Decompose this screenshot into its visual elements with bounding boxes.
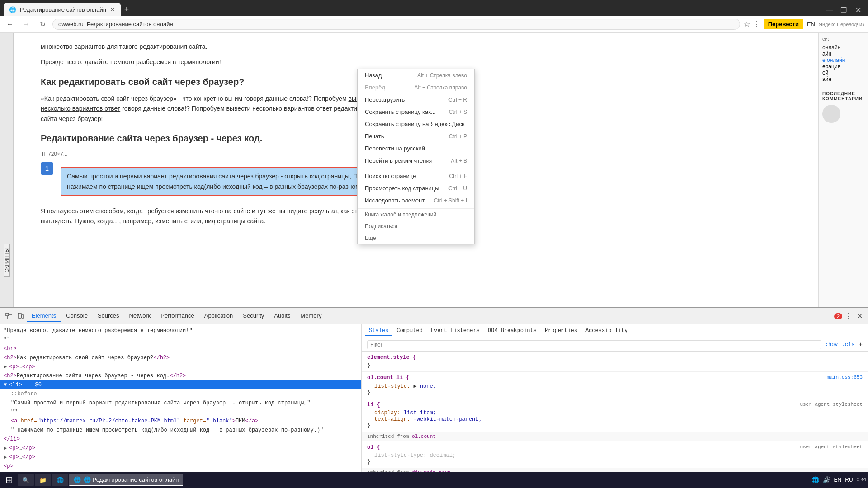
elements-panel-container: "Прежде всего, давайте немного разберемс… [0, 324, 362, 488]
forward-button[interactable]: → [20, 18, 33, 31]
ctx-back[interactable]: Назад Alt + Стрелка влево [358, 69, 474, 81]
table-row[interactable]: ::before [0, 389, 361, 399]
table-row[interactable]: <a href="https://marrex.ru/Pk-2/chto-tak… [0, 417, 361, 426]
table-row[interactable]: "Прежде всего, давайте немного разберемс… [0, 326, 361, 335]
styles-hover-button[interactable]: :hov [825, 342, 838, 348]
ctx-print-shortcut: Ctrl + P [449, 133, 467, 140]
last-comments-label: ПОСЛЕДНИЕ КОММЕНТАРИИ [822, 91, 864, 101]
tab-elements[interactable]: Elements [27, 310, 61, 322]
lang-en[interactable]: EN [834, 477, 842, 483]
ctx-print[interactable]: Печать Ctrl + P [358, 130, 474, 142]
table-row[interactable]: " нажимаем по странице ищем просмотреть … [0, 426, 361, 435]
maximize-button[interactable]: ❐ [837, 4, 850, 16]
taskbar-file-explorer[interactable]: 📁 [35, 474, 51, 486]
ctx-complaints[interactable]: Книга жалоб и предложений [358, 209, 474, 221]
rule-properties: display: list-item; text-align: -webkit-… [367, 410, 863, 422]
rule-source-main-css[interactable]: main.css:653 [827, 375, 863, 383]
ctx-forward[interactable]: Вперёд Alt + Стрелка вправо [358, 81, 474, 94]
volume-icon[interactable]: 🔊 [823, 476, 830, 483]
table-row[interactable]: <h2>Как редактировать свой сайт через бр… [0, 353, 361, 362]
right-panel-online2: е онлайн [822, 57, 864, 63]
bookmark-icon[interactable]: ☆ [744, 20, 750, 28]
ctx-more[interactable]: Ещё [358, 232, 474, 244]
table-row[interactable]: "Самый простой и первый вариант редактир… [0, 399, 361, 408]
page-para1: Прежде всего, давайте немного разберемся… [41, 57, 393, 67]
table-row[interactable]: </li> [0, 435, 361, 444]
ctx-back-shortcut: Alt + Стрелка влево [417, 72, 467, 79]
ctx-translate[interactable]: Перевести на русский [358, 142, 474, 155]
table-row[interactable]: <br> [0, 344, 361, 353]
styles-cls-button[interactable]: .cls [842, 342, 855, 348]
table-row[interactable]: ▶<p>…</p> [0, 444, 361, 453]
time-display[interactable]: 0:44 [857, 476, 866, 483]
ctx-view-source[interactable]: Просмотреть код страницы Ctrl + U [358, 182, 474, 194]
rule-selector[interactable]: element.style { [367, 354, 863, 361]
taskbar-browser[interactable]: 🌐 [52, 474, 68, 486]
styles-tab-styles[interactable]: Styles [365, 326, 392, 336]
close-button[interactable]: ✕ [852, 4, 864, 16]
inherited-selector-ol[interactable]: ol.count [412, 434, 436, 439]
back-button[interactable]: ← [4, 18, 16, 31]
devtools-device-button[interactable] [15, 311, 26, 322]
tab-network[interactable]: Network [125, 310, 156, 322]
tab-application[interactable]: Application [200, 310, 238, 322]
tab-security[interactable]: Security [238, 310, 269, 322]
start-button[interactable]: ⊞ [2, 474, 17, 485]
table-row[interactable]: ▼<li> == $0 [0, 380, 361, 389]
table-row[interactable]: <p> [0, 462, 361, 471]
svg-rect-4 [22, 315, 24, 318]
taskbar-system-tray: 🌐 🔊 EN RU 0:44 [811, 476, 866, 483]
styles-add-button[interactable]: + [858, 341, 863, 349]
ctx-reload[interactable]: Перезагрузить Ctrl + R [358, 94, 474, 106]
rule-selector-li[interactable]: li { [367, 402, 380, 408]
reload-button[interactable]: ↻ [36, 18, 49, 31]
styles-tab-dom-breakpoints[interactable]: DOM Breakpoints [484, 326, 540, 336]
rule-source-user-agent: user agent stylesheet [800, 402, 863, 410]
tab-close-button[interactable]: ✕ [110, 6, 115, 13]
rule-val-match-parent: -webkit-match-parent; [413, 416, 481, 422]
styles-tab-accessibility[interactable]: Accessibility [582, 326, 632, 336]
ctx-inspect[interactable]: Исследовать элемент Ctrl + Shift + I [358, 194, 474, 206]
tab-audits[interactable]: Audits [269, 310, 295, 322]
tab-sources[interactable]: Sources [93, 310, 124, 322]
ctx-subscribe[interactable]: Подписаться [358, 221, 474, 232]
clock-time: 0:44 [857, 476, 866, 483]
new-tab-button[interactable]: + [121, 3, 133, 16]
menu-icon[interactable]: ⋮ [753, 20, 760, 28]
table-row[interactable]: <h2>Редактирование сайта через браузер -… [0, 371, 361, 380]
styles-filter-input[interactable] [367, 340, 821, 349]
table-row[interactable]: "" [0, 408, 361, 417]
language-indicator: EN [807, 21, 815, 28]
ctx-save-yandex[interactable]: Сохранить страницу на Яндекс.Диск [358, 118, 474, 130]
tab-performance[interactable]: Performance [156, 310, 198, 322]
minimize-button[interactable]: — [823, 4, 835, 16]
ctx-reader-mode[interactable]: Перейти в режим чтения Alt + B [358, 155, 474, 167]
window-controls: — ❐ ✕ [823, 4, 864, 16]
table-row[interactable]: ▶<p>…</p> [0, 453, 361, 462]
devtools-close-button[interactable]: ✕ [855, 310, 864, 322]
rule-source-user-agent2: user agent stylesheet [800, 444, 863, 452]
table-row[interactable]: "" [0, 335, 361, 344]
styles-tab-properties[interactable]: Properties [541, 326, 581, 336]
scripts-label[interactable]: СКРИПТЫ [4, 244, 10, 277]
lang-ru[interactable]: RU [845, 477, 853, 483]
ctx-search[interactable]: Поиск по странице Ctrl + F [358, 169, 474, 182]
rule-row: list-style-type: decimal; [374, 452, 863, 459]
devtools-inspect-button[interactable] [4, 311, 14, 322]
active-tab[interactable]: 🌐 Редактирование сайтов онлайн ✕ [4, 3, 121, 16]
styles-tab-event-listeners[interactable]: Event Listeners [427, 326, 483, 336]
taskbar-search[interactable]: 🔍 [18, 474, 34, 486]
translate-button[interactable]: Перевести [764, 19, 803, 29]
rule-selector-ol[interactable]: ol.count li { [367, 375, 410, 381]
rule-selector-ol-inherited[interactable]: ol { [367, 444, 380, 450]
address-input[interactable] [52, 19, 740, 30]
devtools-more-button[interactable]: ⋮ [843, 310, 854, 322]
right-panel: си: онлайн айн е онлайн ерация ей айн ПО… [818, 33, 868, 307]
taskbar-active-app[interactable]: 🌐 🌐 Редактирование сайтов онлайн [69, 474, 183, 486]
tab-console[interactable]: Console [61, 310, 92, 322]
table-row[interactable]: ▶<p>…</p> [0, 362, 361, 371]
tab-memory[interactable]: Memory [296, 310, 326, 322]
ctx-save-as[interactable]: Сохранить страницу как... Ctrl + S [358, 106, 474, 118]
network-icon[interactable]: 🌐 [811, 476, 819, 483]
styles-tab-computed[interactable]: Computed [393, 326, 426, 336]
